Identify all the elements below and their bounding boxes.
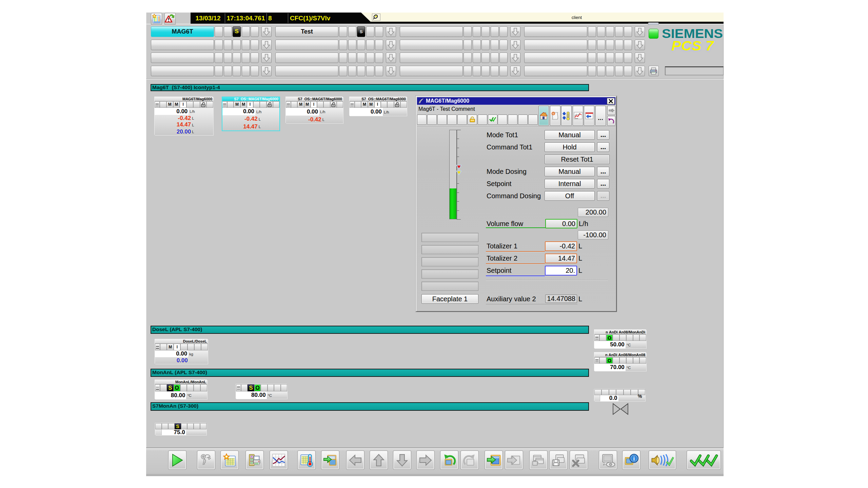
svg-text:i: i bbox=[633, 455, 635, 462]
